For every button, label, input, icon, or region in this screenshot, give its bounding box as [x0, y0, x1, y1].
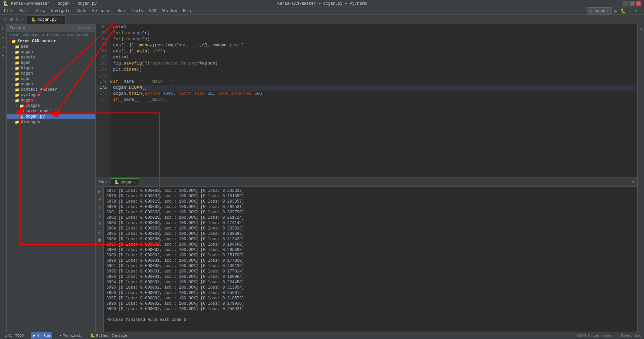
- run-settings-button[interactable]: ⚙: [632, 179, 635, 184]
- console-line-3992: 3992 [D loss: 0.000001, acc.: 100.00%] […: [106, 269, 635, 274]
- console-line-3987: 3987 [D loss: 0.000002, acc.: 100.00%] […: [106, 242, 635, 247]
- menu-vcs[interactable]: VCS: [146, 8, 159, 14]
- bookmarks-icon[interactable]: ★: [2, 45, 4, 49]
- tree-item-acgan[interactable]: ▸ 📁 acgan: [7, 49, 95, 55]
- console-exit: Process finished with exit code 0: [106, 317, 635, 323]
- csdn-label: CSDN @jing_zhong: [577, 334, 613, 338]
- run-bottom-tab[interactable]: ▶ 4: Run: [31, 332, 52, 339]
- structure-icon[interactable]: ≡: [2, 36, 4, 40]
- tree-item-dcgan[interactable]: ▾ 📁 dcgan: [7, 98, 95, 103]
- tree-item-images[interactable]: ▸ 📁 images: [7, 103, 95, 109]
- menu-help[interactable]: Help: [180, 8, 195, 14]
- tree-label-acgan: acgan: [21, 50, 33, 54]
- debug-button[interactable]: 🐛: [621, 8, 626, 14]
- collapse-icon[interactable]: ⊟: [9, 16, 13, 23]
- tree-item-dcgan-py[interactable]: 🐍 dcgan.py: [7, 114, 95, 119]
- tree-item-discogan[interactable]: ▸ 📁 discogan: [7, 119, 95, 125]
- window-controls[interactable]: – ❐ ✕: [623, 1, 641, 6]
- tree-item-root[interactable]: ▾ 📁 Keras-GAN-master: [7, 39, 95, 44]
- tree-item-assets[interactable]: ▸ 📁 assets: [7, 55, 95, 60]
- maximize-button[interactable]: ❐: [629, 1, 635, 6]
- menu-file[interactable]: File: [1, 8, 16, 14]
- project-header-label: Project: [9, 26, 26, 31]
- tree-arrow-images: ▸: [16, 104, 19, 108]
- project-settings-icon[interactable]: ⚙: [87, 26, 89, 31]
- tree-item-cogan[interactable]: ▸ 📁 cogan: [7, 82, 95, 87]
- clear-button[interactable]: 🗑: [96, 237, 103, 243]
- tree-item-bgan[interactable]: ▸ 📁 bgan: [7, 60, 95, 66]
- tree-arrow-ccgan: ▸: [11, 72, 15, 76]
- breadcrumb-sep: –: [52, 1, 55, 6]
- print-button[interactable]: 🖨: [96, 228, 103, 235]
- code-content[interactable]: cnt = 0 for i in range(r): for j in rang…: [110, 24, 637, 177]
- tab-dcgan-py[interactable]: 🐍 dcgan.py ✕: [27, 15, 66, 24]
- pin-icon[interactable]: –: [20, 16, 24, 23]
- tree-item-ccgan[interactable]: ▸ 📁 ccgan: [7, 71, 95, 76]
- tree-item-context-encoder[interactable]: ▸ 📁 context_encoder: [7, 87, 95, 92]
- folder-icon-dcgan: 📁: [15, 98, 19, 103]
- stop-button[interactable]: ■: [96, 196, 103, 203]
- favorites-icon[interactable]: ♥: [2, 54, 4, 58]
- run-gutter-button[interactable]: ▶: [110, 79, 113, 84]
- right-icon-1[interactable]: ⊙: [640, 27, 642, 31]
- left-activity-bar: ▮ ≡ ★ ♥: [0, 24, 7, 332]
- tab-close-button[interactable]: ✕: [59, 18, 61, 22]
- minimize-button[interactable]: –: [623, 1, 628, 6]
- project-icon[interactable]: ▮: [1, 27, 5, 31]
- console-line-3999: 3999 [D loss: 0.000002, acc.: 100.00%] […: [106, 306, 635, 312]
- console-line-3984: 3984 [D loss: 0.000003, acc.: 100.00%] […: [106, 226, 635, 231]
- tree-item-cgan[interactable]: ▸ 📁 cgan: [7, 76, 95, 82]
- soft-wrap-button[interactable]: ≡: [96, 220, 103, 227]
- tree-arrow-cgan: ▸: [11, 77, 15, 81]
- menu-window[interactable]: Window: [160, 8, 180, 14]
- close-button[interactable]: ✕: [636, 1, 641, 6]
- line-num-163: 163: [96, 30, 108, 36]
- folder-icon-acgan: 📁: [15, 50, 19, 54]
- run-tab-close[interactable]: ✕: [134, 180, 136, 184]
- console-line-3990: 3990 [D loss: 0.000001, acc.: 100.00%] […: [106, 258, 635, 263]
- menu-run[interactable]: Run: [115, 8, 128, 14]
- python-console-tab[interactable]: 🐍 Python Console: [88, 332, 129, 339]
- folder-icon-cgan: 📁: [15, 77, 19, 81]
- profile-button[interactable]: ⚡: [629, 8, 632, 14]
- run-bottom-icon: ▶: [33, 333, 36, 338]
- tree-label-cgan: cgan: [21, 77, 31, 81]
- tree-item-aae[interactable]: ▸ 📁 aae: [7, 44, 95, 49]
- project-close-icon[interactable]: –: [90, 26, 93, 31]
- project-collapse-icon[interactable]: ⊟: [83, 26, 85, 31]
- console-line-3980: 3980 [D loss: 0.000002, acc.: 100.00%] […: [106, 204, 635, 210]
- run-config-selector[interactable]: ▶ dcgan ▾: [587, 7, 612, 14]
- right-icon-2[interactable]: ☆: [640, 35, 642, 39]
- menu-edit[interactable]: Edit: [17, 8, 32, 14]
- console-line-3977: 3977 [D loss: 0.000002, acc.: 100.00%] […: [106, 188, 635, 194]
- sync-icon[interactable]: ⟳: [3, 16, 8, 23]
- restart-button[interactable]: ▶: [96, 188, 103, 195]
- menu-navigate[interactable]: Navigate: [48, 8, 73, 14]
- todo-tab[interactable]: ☑ 6: TODO: [3, 332, 26, 339]
- tree-arrow-saved: ▸: [16, 110, 19, 113]
- menu-code[interactable]: Code: [74, 8, 89, 14]
- terminal-tab[interactable]: ▪ Terminal: [57, 332, 83, 339]
- console-line-3996: 3996 [D loss: 0.000004, acc.: 100.00%] […: [106, 290, 635, 296]
- menu-refactor[interactable]: Refactor: [90, 8, 114, 14]
- console-line-3993: 3993 [D loss: 0.000001, acc.: 100.00%] […: [106, 274, 635, 280]
- run-toolbar: ▶ ■ ↑ ↓ ≡ 🖨 🗑: [96, 187, 104, 332]
- console-output[interactable]: 3977 [D loss: 0.000002, acc.: 100.00%] […: [104, 187, 637, 332]
- project-sync-icon[interactable]: ⟳: [78, 26, 81, 31]
- coverage-button[interactable]: ☂: [634, 8, 637, 14]
- run-label: Run:: [98, 180, 108, 184]
- more-actions-button[interactable]: ⋯: [640, 8, 643, 14]
- settings-icon[interactable]: ⚙: [15, 16, 19, 23]
- tree-item-cyclegan[interactable]: ▸ 📁 cyclegan: [7, 92, 95, 98]
- menu-view[interactable]: View: [33, 8, 48, 14]
- scroll-down-button[interactable]: ↓: [96, 212, 103, 219]
- tree-item-bigan[interactable]: ▸ 📁 bigan: [7, 66, 95, 71]
- run-tab-dcgan[interactable]: 🐍 dcgan ✕: [111, 178, 139, 185]
- tree-item-saved-model[interactable]: ▸ 📁 saved_model: [7, 109, 95, 114]
- event-log-link[interactable]: Event Log: [622, 334, 641, 338]
- menu-tools[interactable]: Tools: [128, 8, 146, 14]
- console-line-3982: 3982 [D loss: 0.000028, acc.: 100.00%] […: [106, 215, 635, 220]
- run-button[interactable]: ▶: [614, 8, 618, 14]
- scroll-up-button[interactable]: ↑: [96, 204, 103, 211]
- project-header: Project ⟳ ⊟ ⚙ –: [7, 24, 95, 32]
